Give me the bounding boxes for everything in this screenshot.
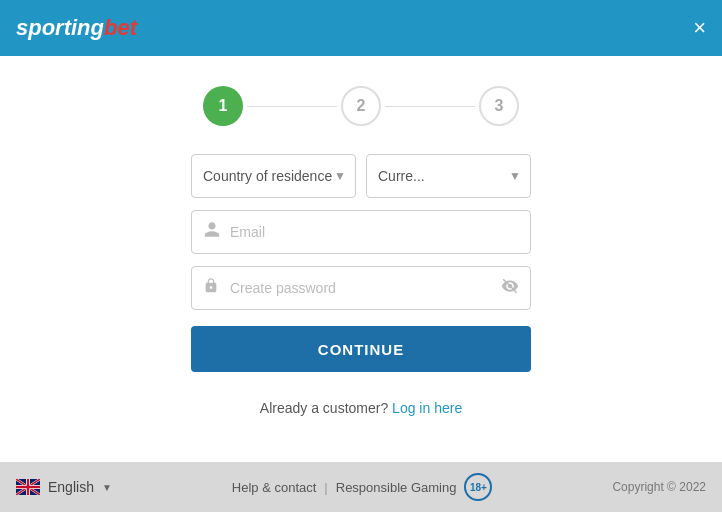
logo-bet: bet — [104, 15, 137, 41]
steps-indicator: 1 2 3 — [203, 86, 519, 126]
user-icon — [203, 221, 221, 244]
uk-flag-icon — [16, 479, 40, 495]
currency-select-wrapper: ▼ Curre... — [366, 154, 531, 198]
country-select[interactable] — [191, 154, 356, 198]
copyright-text: Copyright © 2022 — [612, 480, 706, 494]
email-input[interactable] — [191, 210, 531, 254]
header: sportingbet × — [0, 0, 722, 56]
age-badge: 18+ — [464, 473, 492, 501]
login-link[interactable]: Log in here — [392, 400, 462, 416]
email-wrapper — [191, 210, 531, 254]
step-1: 1 — [203, 86, 243, 126]
language-label: English — [48, 479, 94, 495]
footer-divider: | — [324, 480, 327, 495]
language-selector[interactable]: English ▼ — [16, 479, 112, 495]
password-wrapper — [191, 266, 531, 310]
country-select-wrapper: ▼ Country of residence — [191, 154, 356, 198]
step-line-2 — [385, 106, 475, 107]
close-button[interactable]: × — [693, 17, 706, 39]
help-contact-link[interactable]: Help & contact — [232, 480, 317, 495]
continue-button[interactable]: CONTINUE — [191, 326, 531, 372]
main-content: 1 2 3 ▼ Country of residence — [0, 56, 722, 462]
eye-icon[interactable] — [501, 277, 519, 299]
logo-sporting: sporting — [16, 15, 104, 41]
logo: sportingbet — [16, 15, 137, 41]
password-input[interactable] — [191, 266, 531, 310]
step-line-1 — [247, 106, 337, 107]
currency-select[interactable] — [366, 154, 531, 198]
step-3: 3 — [479, 86, 519, 126]
responsible-gaming-link[interactable]: Responsible Gaming — [336, 480, 457, 495]
registration-form: ▼ Country of residence ▼ Curre... — [191, 154, 531, 416]
already-customer: Already a customer? Log in here — [191, 400, 531, 416]
footer-links: Help & contact | Responsible Gaming 18+ — [232, 473, 493, 501]
footer: English ▼ Help & contact | Responsible G… — [0, 462, 722, 512]
language-arrow-icon: ▼ — [102, 482, 112, 493]
lock-icon — [203, 277, 219, 300]
country-currency-row: ▼ Country of residence ▼ Curre... — [191, 154, 531, 198]
step-2: 2 — [341, 86, 381, 126]
